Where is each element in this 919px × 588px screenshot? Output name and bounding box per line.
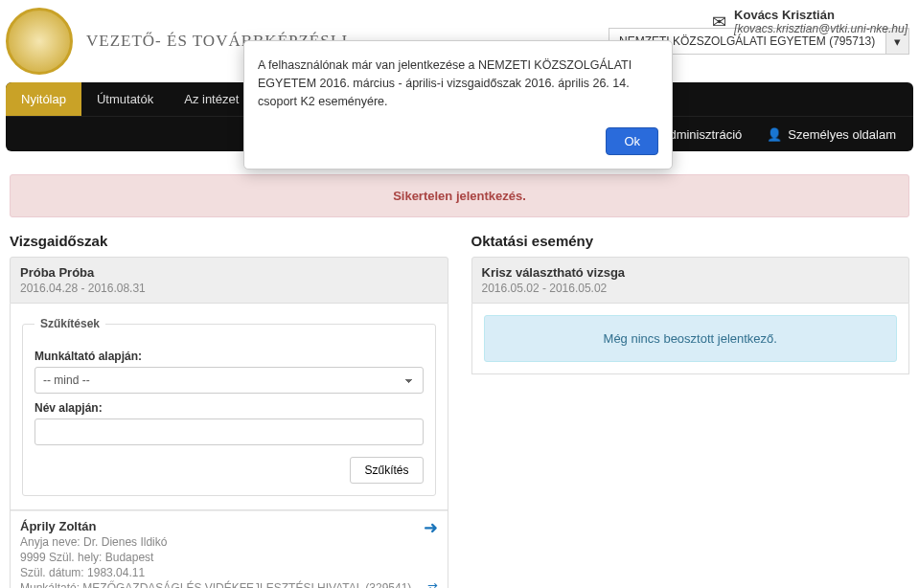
person-mother: Anyja neve: Dr. Dienes Ildikó	[20, 535, 438, 549]
nav-szemelyes[interactable]: 👤Személyes oldalam	[767, 127, 896, 142]
filter-legend: Szűkítések	[34, 317, 105, 330]
tab-nyitolap[interactable]: Nyitólap	[6, 82, 81, 116]
left-panel-head: Próba Próba 2016.04.28 - 2016.08.31	[10, 257, 448, 304]
user-icon: 👤	[767, 127, 782, 142]
envelope-icon[interactable]: ✉	[712, 11, 726, 33]
name-input[interactable]	[34, 418, 424, 445]
person-birthplace: 9999 Szül. hely: Budapest	[20, 551, 438, 564]
list-item: Áprily Zoltán Anyja neve: Dr. Dienes Ild…	[11, 510, 448, 588]
tab-az-intezet[interactable]: Az intézet	[169, 82, 254, 116]
name-label: Név alapján:	[34, 401, 424, 415]
right-heading: Oktatási esemény	[471, 233, 910, 249]
filter-button[interactable]: Szűkítés	[350, 457, 423, 484]
right-panel-dates: 2016.05.02 - 2016.05.02	[482, 282, 900, 295]
left-panel-dates: 2016.04.28 - 2016.08.31	[20, 282, 438, 295]
tab-utmutatok[interactable]: Útmutatók	[81, 82, 169, 116]
employer-label: Munkáltató alapján:	[34, 350, 424, 363]
person-employer: Munkáltató: MEZŐGAZDASÁGI ÉS VIDÉKFEJLES…	[20, 581, 438, 588]
right-panel-body: Még nincs beosztott jelentkező.	[471, 304, 910, 374]
right-column: Oktatási esemény Krisz választható vizsg…	[471, 233, 910, 588]
person-birthdate: Szül. dátum: 1983.04.11	[20, 566, 438, 579]
filter-box: Szűkítések Munkáltató alapján: -- mind -…	[10, 304, 448, 510]
ok-button[interactable]: Ok	[606, 127, 658, 155]
person-list: Áprily Zoltán Anyja neve: Dr. Dienes Ild…	[10, 510, 448, 588]
user-email: [kovacs.krisztian@vtki.uni-nke.hu]	[734, 22, 908, 35]
caret-down-icon: ▾	[894, 34, 901, 49]
current-user-block: ✉ Kovács Krisztián [kovacs.krisztian@vtk…	[712, 8, 908, 35]
left-heading: Vizsgaidőszak	[10, 233, 448, 249]
logo	[6, 8, 73, 75]
left-column: Vizsgaidőszak Próba Próba 2016.04.28 - 2…	[10, 233, 448, 588]
swap-icon[interactable]: ⇄	[427, 580, 438, 588]
right-panel-head: Krisz választható vizsga 2016.05.02 - 20…	[471, 257, 910, 304]
error-alert: Sikertelen jelentkezés.	[10, 174, 909, 217]
info-modal: A felhasználónak már van jelentkezése a …	[243, 40, 673, 170]
modal-message: A felhasználónak már van jelentkezése a …	[244, 41, 672, 118]
user-name: Kovács Krisztián	[734, 8, 908, 22]
arrow-right-circle-icon[interactable]: ➜	[424, 517, 438, 538]
info-alert: Még nincs beosztott jelentkező.	[484, 315, 898, 362]
person-name: Áprily Zoltán	[20, 519, 438, 533]
right-panel-title: Krisz választható vizsga	[482, 265, 900, 280]
employer-select[interactable]: -- mind --	[34, 367, 424, 394]
left-panel-title: Próba Próba	[20, 265, 438, 280]
